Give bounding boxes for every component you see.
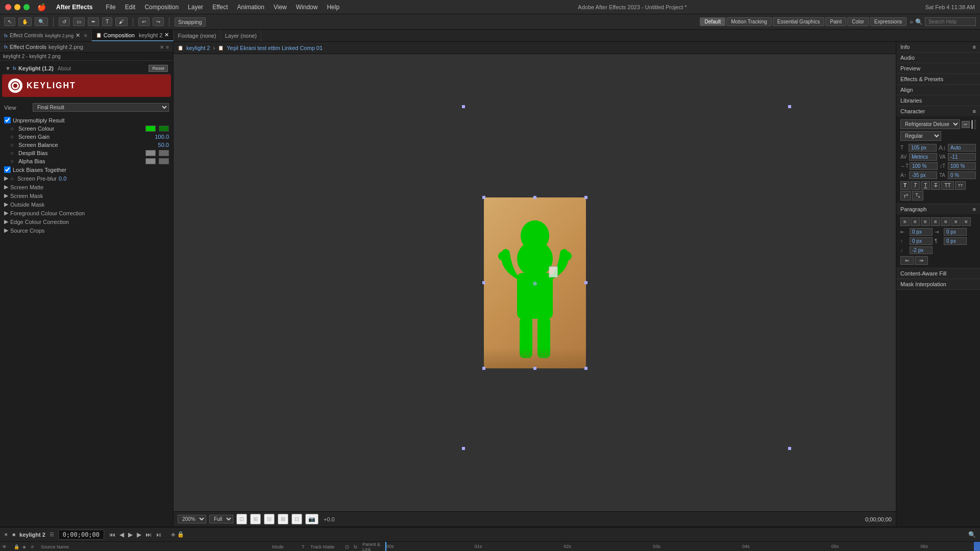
screen-colour-swatch[interactable] (145, 126, 156, 132)
menu-view[interactable]: View (274, 4, 287, 11)
fit-frame-btn[interactable]: ⊡ (236, 514, 247, 524)
handle-bm[interactable] (533, 367, 536, 370)
subscript-btn[interactable]: Ts (912, 191, 923, 201)
justify-right-btn[interactable]: ≡ (951, 217, 961, 226)
text-tool[interactable]: T (102, 17, 112, 26)
handle-tl[interactable] (482, 196, 485, 199)
fg-colour-section[interactable]: ▶ Foreground Colour Correction (2, 209, 171, 217)
go-to-end-btn[interactable]: ⏭ (144, 530, 153, 539)
bold-btn[interactable]: T (900, 181, 910, 190)
hscale-input[interactable] (910, 162, 938, 170)
tab-layer-none[interactable]: Layer (none) (221, 30, 261, 42)
effects-presets-header[interactable]: Effects & Presets (896, 74, 980, 84)
text-color-swatch[interactable] (971, 120, 973, 129)
tab-composition[interactable]: 📋 Composition keylight 2 ✕ (92, 30, 174, 41)
baseline-input[interactable] (909, 171, 937, 179)
workspace-essential-graphics[interactable]: Essential Graphics (773, 17, 824, 26)
handle-bl[interactable] (482, 367, 485, 370)
outer-handle-tl[interactable] (462, 105, 465, 108)
tab-footage-none[interactable]: Footage (none) (174, 30, 220, 42)
indent-left-input[interactable] (910, 228, 933, 236)
menu-animation[interactable]: Animation (237, 4, 264, 11)
screen-balance-value[interactable]: 50.0 (149, 142, 169, 148)
menu-window[interactable]: Window (296, 4, 318, 11)
screen-colour-swatch2[interactable] (159, 126, 169, 132)
vscale-input[interactable] (948, 162, 976, 170)
search-help-input[interactable] (925, 17, 976, 26)
smallcaps-btn[interactable]: TT (955, 181, 966, 190)
screen-mask-section[interactable]: ▶ Screen Mask (2, 191, 171, 200)
grid-btn[interactable]: ⊞ (250, 514, 261, 524)
menu-help[interactable]: Help (327, 4, 339, 11)
toggle-solo-icon[interactable]: ◈ (171, 531, 175, 538)
composition-canvas[interactable] (174, 54, 896, 511)
rect-tool[interactable]: ▭ (73, 17, 85, 26)
comp-nav-link[interactable]: keylight 2 (186, 45, 210, 51)
close-button[interactable] (5, 4, 11, 10)
guides-btn[interactable]: ⊟ (264, 514, 275, 524)
libraries-header[interactable]: Libraries (896, 95, 980, 106)
arrow-tool[interactable]: ↖ (4, 17, 15, 26)
alpha-swatch[interactable] (145, 158, 156, 164)
handle-ml[interactable] (482, 281, 485, 284)
handle-tr[interactable] (584, 196, 587, 199)
menu-file[interactable]: File (106, 4, 115, 11)
text-stroke-swatch[interactable] (974, 120, 976, 129)
character-header[interactable]: Character ≡ (896, 106, 980, 116)
edge-colour-section[interactable]: ▶ Edge Colour Correction (2, 217, 171, 226)
unpremultiply-label[interactable]: Unpremultiply Result (13, 117, 64, 123)
maximize-button[interactable] (23, 4, 30, 10)
audio-header[interactable]: Audio (896, 53, 980, 63)
minimize-button[interactable] (14, 4, 20, 10)
linked-comp-link[interactable]: Yeşil Ekrani test ettim Linked Comp 01 (227, 45, 323, 51)
zoom-tool[interactable]: 🔍 (35, 17, 48, 26)
superscript-btn[interactable]: Ts (900, 191, 911, 201)
menu-edit[interactable]: Edit (125, 4, 136, 11)
justify-left-btn[interactable]: ≡ (931, 217, 940, 226)
screen-balance-circle[interactable]: ○ (10, 142, 15, 148)
allcaps-btn[interactable]: TT (941, 181, 953, 190)
workspace-paint[interactable]: Paint (825, 17, 846, 26)
alpha-swatch2[interactable] (159, 158, 169, 164)
snapping-toggle[interactable]: Snapping (175, 17, 206, 27)
align-center-btn[interactable]: ≡ (911, 217, 920, 226)
screen-preblur-value[interactable]: 0.0 (59, 176, 66, 182)
menu-effect[interactable]: Effect (212, 4, 228, 11)
tracking-input[interactable] (948, 153, 976, 161)
ram-preview-btn[interactable]: ⏯ (155, 530, 163, 539)
italic-btn[interactable]: T (911, 181, 920, 190)
hand-tool[interactable]: ✋ (18, 17, 32, 26)
timeline-timecode[interactable]: 0;00;00;00 (63, 531, 100, 538)
workspace-default[interactable]: Default (700, 17, 725, 26)
play-btn[interactable]: ▶ (127, 530, 134, 539)
align-header[interactable]: Align (896, 85, 980, 95)
align-left-btn[interactable]: ≡ (900, 217, 910, 226)
unpremultiply-checkbox[interactable] (4, 117, 11, 123)
workspace-expressions[interactable]: Expressions (870, 17, 906, 26)
outer-handle-br[interactable] (788, 447, 791, 450)
rotate-tool[interactable]: ↺ (59, 17, 70, 26)
ltr-btn[interactable]: ⇒ (915, 256, 928, 265)
workspace-color[interactable]: Color (847, 17, 869, 26)
workspace-motion-tracking[interactable]: Motion Tracking (726, 17, 772, 26)
tab-effect-controls[interactable]: fx Effect Controls keylight 2.png ✕ ≡ (0, 30, 92, 41)
timeline-playhead[interactable] (385, 542, 386, 551)
align-right-btn[interactable]: ≡ (921, 217, 930, 226)
keylight-about[interactable]: About (58, 66, 71, 71)
paint-tool[interactable]: 🖌 (115, 17, 128, 26)
font-select[interactable]: Refrigerator Deluxe (900, 119, 960, 129)
zoom-select[interactable]: 200% (178, 515, 206, 523)
panel-close[interactable]: ✕ (160, 44, 164, 50)
keylight-twirl[interactable]: ▼ (5, 65, 11, 71)
justify-all-btn[interactable]: ≡ (962, 217, 971, 226)
handle-br[interactable] (584, 367, 587, 370)
camera-btn[interactable]: 📷 (305, 514, 318, 524)
outer-handle-bl[interactable] (462, 447, 465, 450)
preview-header[interactable]: Preview (896, 63, 980, 73)
step-back-btn[interactable]: ◀ (118, 530, 125, 539)
strikethrough-btn[interactable]: T (931, 181, 940, 190)
space-after-input[interactable] (910, 246, 933, 254)
screen-gain-value[interactable]: 100.0 (149, 134, 169, 140)
content-aware-fill-header[interactable]: Content-Aware Fill (896, 268, 980, 279)
screen-gain-circle[interactable]: ○ (10, 134, 15, 140)
